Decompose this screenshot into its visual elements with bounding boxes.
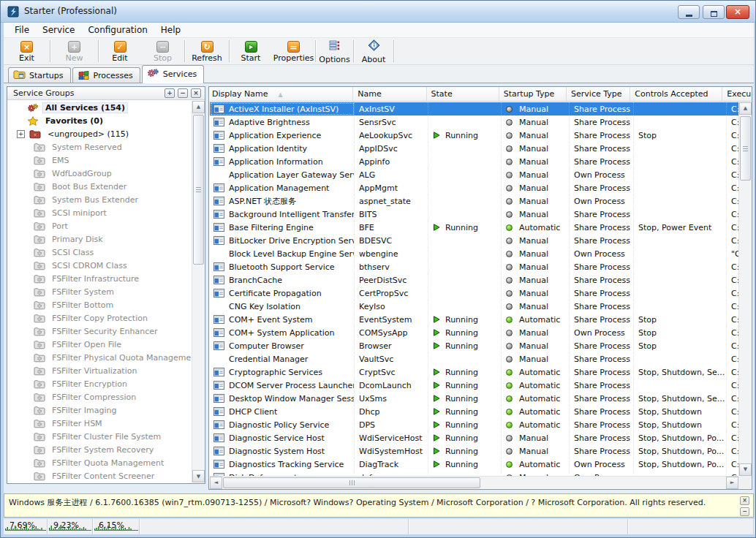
column-header-execu[interactable]: Execu [722, 87, 751, 101]
sidebar-item-ungrouped-115[interactable]: +<ungrouped> (115) [8, 127, 192, 140]
maximize-button[interactable] [703, 5, 725, 19]
expand-all-button[interactable]: + [165, 88, 175, 98]
column-header-state[interactable]: State [427, 87, 499, 101]
sidebar-item-fsfilter-quota-management[interactable]: FSFilter Quota Management [8, 456, 192, 469]
tab-services[interactable]: Services [142, 65, 204, 83]
sidebar-item-fsfilter-physical-quota-management[interactable]: FSFilter Physical Quota Management [8, 351, 192, 364]
sidebar-item-all-services-154[interactable]: All Services (154) [8, 101, 192, 114]
column-header-startup-type[interactable]: Startup Type [499, 87, 567, 101]
table-row-aelookupsvc[interactable]: Application ExperienceAeLookupSvcRunning… [210, 129, 738, 142]
table-row-aspnet-state[interactable]: ASP.NET 状态服务aspnet_stateManualOwn Proces… [210, 194, 738, 208]
collapse-all-button[interactable]: − [178, 88, 188, 98]
table-row-appinfo[interactable]: Application InformationAppinfoManualShar… [210, 155, 738, 168]
table-scroll-left-icon[interactable]: ◄ [210, 477, 222, 489]
sidebar-item-fsfilter-hsm[interactable]: FSFilter HSM [8, 417, 192, 430]
minimize-button[interactable] [678, 5, 700, 19]
table-row-bfe[interactable]: Base Filtering EngineBFERunningAutomatic… [210, 221, 738, 234]
sidebar-item-port[interactable]: Port [8, 219, 192, 232]
expand-icon[interactable]: + [17, 130, 25, 138]
table-row-alg[interactable]: Application Layer Gateway ServiceALGManu… [210, 168, 738, 181]
sidebar-item-fsfilter-compression[interactable]: FSFilter Compression [8, 390, 192, 404]
sidebar-item-fsfilter-copy-protection[interactable]: FSFilter Copy Protection [8, 311, 192, 325]
close-button[interactable]: × [726, 5, 749, 19]
tree-scroll-down-icon[interactable]: ▼ [192, 470, 205, 482]
sidebar-item-fsfilter-content-screener[interactable]: FSFilter Content Screener [8, 469, 192, 482]
menu-help[interactable]: Help [154, 23, 187, 37]
table-row-dcomlaunch[interactable]: DCOM Server Process LauncherDcomLaunchRu… [210, 379, 738, 392]
exit-button[interactable]: ×Exit [4, 38, 50, 64]
table-row-appmgmt[interactable]: Application ManagementAppMgmtManualShare… [210, 181, 738, 194]
table-row-bthserv[interactable]: Bluetooth Support ServicebthservManualSh… [210, 260, 738, 273]
table-row-uxsms[interactable]: Desktop Window Manager Sessi...UxSmsRunn… [210, 392, 738, 405]
sidebar-item-system-reserved[interactable]: System Reserved [8, 140, 192, 154]
sidebar-item-favorites-0[interactable]: Favorites (0) [8, 114, 192, 127]
infobar-close-button[interactable]: × [740, 496, 749, 505]
table-row-sensrsvc[interactable]: Adaptive BrightnessSensrSvcManualShare P… [210, 115, 738, 129]
sidebar-item-boot-bus-extender[interactable]: Boot Bus Extender [8, 180, 192, 193]
menu-service[interactable]: Service [36, 23, 81, 37]
close-panel-button[interactable]: × [191, 88, 201, 98]
tree-scroll-up-icon[interactable]: ▲ [192, 101, 205, 113]
column-header-name[interactable]: Name [353, 87, 426, 101]
table-scroll-right-icon[interactable]: ► [726, 477, 738, 489]
table-row-diagtrack[interactable]: Diagnostics Tracking ServiceDiagTrackRun… [210, 458, 738, 471]
stop-button[interactable]: −Stop [141, 38, 184, 64]
table-hscroll-thumb[interactable] [223, 477, 480, 488]
title-bar[interactable]: Starter (Professional) × [1, 1, 755, 23]
table-row-appidsvc[interactable]: Application IdentityAppIDSvcManualShare … [210, 142, 738, 155]
sidebar-item-scsi-class[interactable]: SCSI Class [8, 246, 192, 259]
sidebar-item-wdfloadgroup[interactable]: WdfLoadGroup [8, 167, 192, 180]
table-row-eventsystem[interactable]: COM+ Event SystemEventSystemRunningAutom… [210, 313, 738, 326]
table-row-axinstsv[interactable]: ActiveX Installer (AxInstSV)AxInstSVManu… [210, 102, 738, 115]
tree-scroll-thumb[interactable] [193, 115, 204, 265]
table-row-defragsvc[interactable]: Disk DefragmenterdefragsvcManualOwn Proc… [210, 471, 738, 476]
table-row-peerdistsvc[interactable]: BranchCachePeerDistSvcManualShare Proces… [210, 273, 738, 287]
table-row-browser[interactable]: Computer BrowserBrowserRunningManualShar… [210, 339, 738, 352]
tree-scrollbar[interactable]: ▲ ▼ [192, 101, 204, 482]
sidebar-item-fsfilter-continuous-backup[interactable]: FSFilter Continuous Backup [8, 482, 192, 483]
sidebar-item-fsfilter-cluster-file-system[interactable]: FSFilter Cluster File System [8, 430, 192, 443]
refresh-button[interactable]: ↻Refresh [185, 38, 229, 64]
table-row-wdisystemhost[interactable]: Diagnostic System HostWdiSystemHostRunni… [210, 444, 738, 458]
infobar-collapse-button[interactable]: − [740, 507, 749, 516]
table-row-certpropsvc[interactable]: Certificate PropagationCertPropSvcManual… [210, 287, 738, 300]
sidebar-item-primary-disk[interactable]: Primary Disk [8, 232, 192, 246]
table-row-bdesvc[interactable]: BitLocker Drive Encryption ServiceBDESVC… [210, 234, 738, 247]
column-header-display-name[interactable]: Display Name▲ [210, 87, 353, 101]
options-button[interactable]: Options [316, 38, 353, 64]
edit-button[interactable]: ✓Edit [99, 38, 141, 64]
sidebar-item-system-bus-extender[interactable]: System Bus Extender [8, 193, 192, 206]
sidebar-item-fsfilter-security-enhancer[interactable]: FSFilter Security Enhancer [8, 325, 192, 338]
sidebar-item-fsfilter-infrastructure[interactable]: FSFilter Infrastructure [8, 272, 192, 285]
new-button[interactable]: +New [50, 38, 98, 64]
table-row-keyiso[interactable]: CNG Key IsolationKeyIsoManualShare Proce… [210, 300, 738, 313]
column-header-controls-accepted[interactable]: Controls Accepted [630, 87, 722, 101]
table-scroll-up-icon[interactable]: ▲ [739, 102, 752, 115]
start-button[interactable]: Start [230, 38, 272, 64]
properties-button[interactable]: =Properties [272, 38, 315, 64]
tab-startups[interactable]: Startups [8, 67, 71, 83]
tab-processes[interactable]: Processes [72, 67, 140, 83]
table-row-cryptsvc[interactable]: Cryptographic ServicesCryptSvcRunningAut… [210, 365, 738, 379]
sidebar-item-fsfilter-system-recovery[interactable]: FSFilter System Recovery [8, 443, 192, 456]
sidebar-item-fsfilter-bottom[interactable]: FSFilter Bottom [8, 298, 192, 311]
menu-file[interactable]: File [8, 23, 36, 37]
sidebar-item-scsi-cdrom-class[interactable]: SCSI CDROM Class [8, 259, 192, 272]
menu-configuration[interactable]: Configuration [81, 23, 154, 37]
sidebar-item-fsfilter-encryption[interactable]: FSFilter Encryption [8, 377, 192, 390]
sidebar-item-fsfilter-virtualization[interactable]: FSFilter Virtualization [8, 364, 192, 377]
about-button[interactable]: iAbout [354, 38, 393, 64]
table-row-wbengine[interactable]: Block Level Backup Engine Servi...wbengi… [210, 247, 738, 260]
sidebar-item-fsfilter-open-file[interactable]: FSFilter Open File [8, 338, 192, 351]
table-row-dps[interactable]: Diagnostic Policy ServiceDPSRunningAutom… [210, 418, 738, 431]
table-horizontal-scrollbar[interactable]: ◄ ► [210, 476, 738, 488]
table-row-comsysapp[interactable]: COM+ System ApplicationCOMSysAppRunningM… [210, 326, 738, 339]
table-row-wdiservicehost[interactable]: Diagnostic Service HostWdiServiceHostRun… [210, 431, 738, 444]
column-header-service-type[interactable]: Service Type [567, 87, 630, 101]
sidebar-item-scsi-miniport[interactable]: SCSI miniport [8, 206, 192, 219]
table-scroll-thumb[interactable] [740, 116, 751, 181]
sidebar-item-ems[interactable]: EMS [8, 154, 192, 167]
sidebar-item-fsfilter-imaging[interactable]: FSFilter Imaging [8, 404, 192, 417]
sidebar-item-fsfilter-system[interactable]: FSFilter System [8, 285, 192, 298]
table-row-vaultsvc[interactable]: Credential ManagerVaultSvcManualShare Pr… [210, 352, 738, 365]
